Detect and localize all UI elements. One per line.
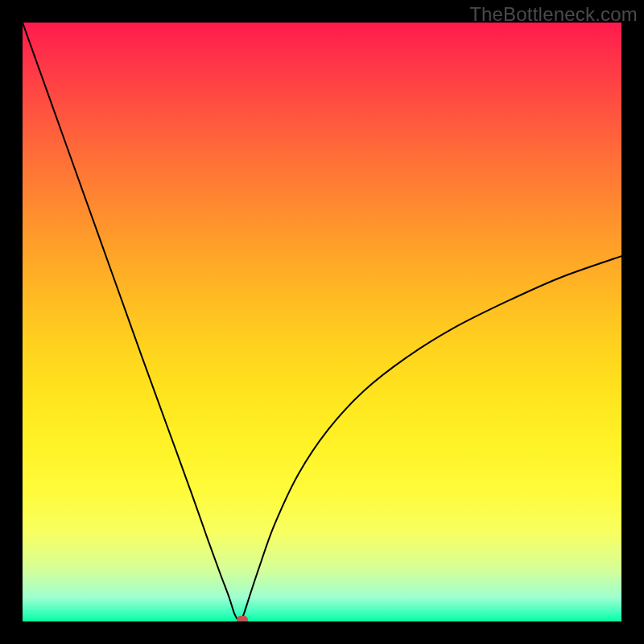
optimum-marker	[237, 616, 248, 621]
chart-frame: TheBottleneck.com	[0, 0, 644, 644]
plot-area	[23, 23, 621, 621]
watermark-text: TheBottleneck.com	[469, 3, 638, 26]
bottleneck-curve	[23, 23, 621, 621]
curve-svg	[23, 23, 621, 621]
